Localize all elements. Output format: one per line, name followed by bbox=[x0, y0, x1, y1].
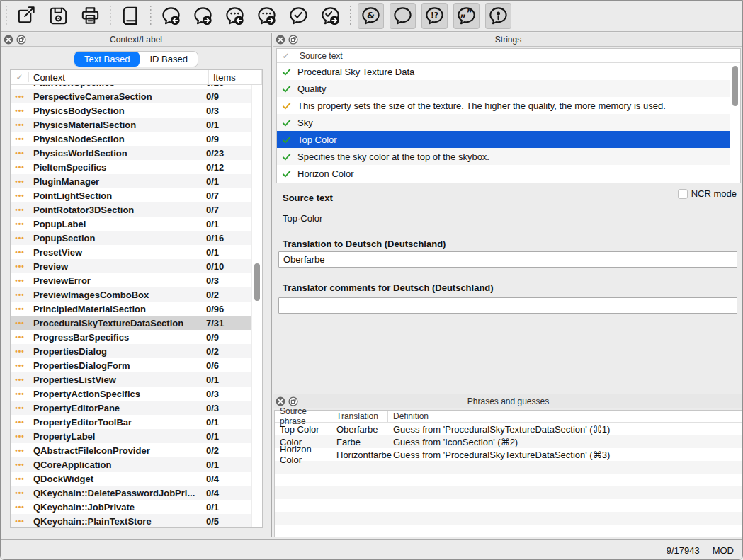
context-row[interactable]: •••PropertyEditorPane0/3 bbox=[11, 401, 251, 415]
context-row[interactable]: •••PointRotator3DSection0/7 bbox=[11, 202, 251, 217]
context-row[interactable]: •••Preview0/10 bbox=[11, 259, 251, 273]
context-row[interactable]: •••PhysicsWorldSection0/23 bbox=[11, 146, 251, 160]
context-row[interactable]: •••PerspectiveCameraSection0/9 bbox=[11, 89, 251, 103]
context-name: PointLightSection bbox=[29, 190, 202, 201]
context-row[interactable]: •••PopupLabel0/1 bbox=[11, 217, 251, 231]
string-row[interactable]: Procedural Sky Texture Data bbox=[277, 63, 730, 80]
done-button[interactable] bbox=[285, 3, 312, 29]
context-items-count: 0/2 bbox=[202, 445, 251, 456]
context-row[interactable]: •••PhysicsNodeSection0/9 bbox=[11, 132, 251, 146]
context-items-count: 0/16 bbox=[202, 233, 251, 244]
float-window-icon[interactable] bbox=[288, 35, 298, 45]
done-and-next-button[interactable] bbox=[317, 3, 344, 29]
done-check-icon bbox=[277, 168, 295, 179]
context-row[interactable]: •••PrincipledMaterialSection0/96 bbox=[11, 302, 251, 316]
context-items-count: 0/1 bbox=[202, 502, 251, 513]
validate-place-markers-button[interactable] bbox=[485, 3, 511, 29]
string-row[interactable]: Top Color bbox=[277, 131, 730, 148]
context-row[interactable]: •••QKeychain::DeletePasswordJobPri...0/4 bbox=[11, 486, 251, 500]
prev-button[interactable] bbox=[158, 3, 184, 29]
string-row[interactable]: Quality bbox=[277, 80, 730, 97]
open-button[interactable] bbox=[13, 3, 40, 29]
phrase-row[interactable]: Top ColorOberfarbeGuess from 'Procedural… bbox=[275, 423, 742, 435]
strings-scrollbar[interactable] bbox=[730, 64, 739, 182]
validate-whitespace-button[interactable] bbox=[390, 3, 416, 29]
unfinished-dots-icon: ••• bbox=[11, 333, 29, 341]
translation-input[interactable] bbox=[278, 251, 737, 268]
context-row[interactable]: •••QDockWidget0/4 bbox=[11, 472, 251, 486]
unfinished-dots-icon: ••• bbox=[11, 376, 29, 384]
phrase-row[interactable]: ColorFarbeGuess from 'IconSection' (⌘2) bbox=[275, 435, 742, 448]
close-icon[interactable] bbox=[276, 35, 285, 45]
context-row[interactable]: •••PropertiesDialogForm0/6 bbox=[11, 358, 251, 372]
translation-column-header[interactable]: Translation bbox=[331, 411, 388, 422]
context-row[interactable]: •••PluginManager0/1 bbox=[11, 174, 251, 188]
context-scrollbar-thumb[interactable] bbox=[254, 263, 260, 301]
context-name: PopupSection bbox=[29, 233, 202, 244]
context-table: ✓ Context Items •••PathViewSpecifics0/26… bbox=[10, 69, 263, 528]
validate-phrase-matches-button[interactable]: „” bbox=[453, 3, 480, 29]
ncr-mode-checkbox[interactable] bbox=[678, 189, 688, 199]
strings-scrollbar-thumb[interactable] bbox=[732, 66, 738, 106]
validate-accelerators-button[interactable]: & bbox=[358, 3, 384, 29]
context-row[interactable]: •••PointLightSection0/7 bbox=[11, 188, 251, 202]
context-row[interactable]: •••PhysicsMaterialSection0/1 bbox=[11, 118, 251, 132]
check-column-icon[interactable]: ✓ bbox=[277, 51, 295, 61]
context-items-count: 0/3 bbox=[202, 389, 251, 399]
context-row[interactable]: •••QKeychain::PlainTextStore0/5 bbox=[11, 514, 251, 527]
translator-comments-input[interactable] bbox=[278, 297, 737, 314]
phrasebook-button[interactable] bbox=[118, 3, 144, 29]
context-row[interactable]: •••QKeychain::JobPrivate0/1 bbox=[11, 500, 251, 514]
context-items-count: 0/12 bbox=[202, 162, 251, 173]
context-row[interactable]: •••PreviewImagesComboBox0/2 bbox=[11, 287, 251, 302]
close-icon[interactable] bbox=[4, 35, 13, 45]
svg-text:&: & bbox=[367, 10, 375, 21]
definition-column-header[interactable]: Definition bbox=[388, 411, 742, 421]
float-window-icon[interactable] bbox=[288, 396, 298, 406]
string-row[interactable]: This property sets the size of the textu… bbox=[277, 97, 730, 114]
context-items-count: 0/4 bbox=[202, 488, 251, 498]
ncr-mode-label: NCR mode bbox=[691, 188, 737, 199]
context-row[interactable]: •••PieItemSpecifics0/12 bbox=[11, 160, 251, 174]
float-window-icon[interactable] bbox=[16, 35, 26, 45]
tab-text-based[interactable]: Text Based bbox=[74, 52, 140, 67]
string-row[interactable]: Specifies the sky color at the top of th… bbox=[277, 148, 730, 165]
source-text-column-header[interactable]: Source text bbox=[295, 51, 343, 61]
context-row[interactable]: •••ProgressBarSpecifics0/9 bbox=[11, 330, 251, 344]
context-row[interactable]: •••PropertiesListView0/1 bbox=[11, 372, 251, 387]
context-row-list: •••PathViewSpecifics0/26•••PerspectiveCa… bbox=[11, 85, 251, 527]
context-row[interactable]: •••PropertyActionSpecifics0/3 bbox=[11, 387, 251, 401]
unfinished-dots-icon: ••• bbox=[11, 85, 29, 86]
context-row[interactable]: •••QCoreApplication0/1 bbox=[11, 457, 251, 472]
print-button[interactable] bbox=[77, 3, 103, 29]
context-row[interactable]: •••QAbstractFileIconProvider0/2 bbox=[11, 443, 251, 457]
context-column-header[interactable]: Context bbox=[29, 72, 208, 83]
phrase-row[interactable]: Horizon ColorHorizontfarbeGuess from 'Pr… bbox=[275, 448, 742, 461]
items-column-header[interactable]: Items bbox=[208, 70, 262, 84]
string-row[interactable]: Sky bbox=[277, 114, 730, 131]
unfinished-dots-icon: ••• bbox=[11, 475, 29, 483]
string-row[interactable]: Horizon Color bbox=[277, 165, 730, 182]
context-scrollbar[interactable] bbox=[251, 85, 261, 527]
unfinished-dots-icon: ••• bbox=[11, 362, 29, 370]
save-button[interactable] bbox=[45, 3, 72, 29]
tab-id-based[interactable]: ID Based bbox=[140, 52, 197, 67]
context-row[interactable]: •••PhysicsBodySection0/3 bbox=[11, 103, 251, 118]
unfinished-dots-icon: ••• bbox=[11, 164, 29, 171]
context-row[interactable]: •••PreviewError0/3 bbox=[11, 273, 251, 287]
context-row[interactable]: •••ProceduralSkyTextureDataSection7/31 bbox=[11, 316, 251, 330]
close-icon[interactable] bbox=[276, 396, 285, 406]
prev-unfinished-button[interactable] bbox=[222, 3, 248, 29]
next-unfinished-button[interactable] bbox=[254, 3, 280, 29]
check-column-icon[interactable]: ✓ bbox=[11, 72, 29, 82]
next-button[interactable] bbox=[190, 3, 216, 29]
context-items-count: 0/1 bbox=[202, 417, 251, 428]
context-row[interactable]: •••PropertiesDialog0/2 bbox=[11, 344, 251, 358]
context-row[interactable]: •••PopupSection0/16 bbox=[11, 231, 251, 245]
context-items-count: 0/26 bbox=[202, 85, 251, 88]
source-phrase-column-header[interactable]: Source phrase bbox=[275, 411, 331, 422]
validate-punctuation-button[interactable]: !? bbox=[421, 3, 448, 29]
context-row[interactable]: •••PropertyLabel0/1 bbox=[11, 429, 251, 443]
context-row[interactable]: •••PresetView0/1 bbox=[11, 245, 251, 259]
context-row[interactable]: •••PropertyEditorToolBar0/1 bbox=[11, 415, 251, 429]
